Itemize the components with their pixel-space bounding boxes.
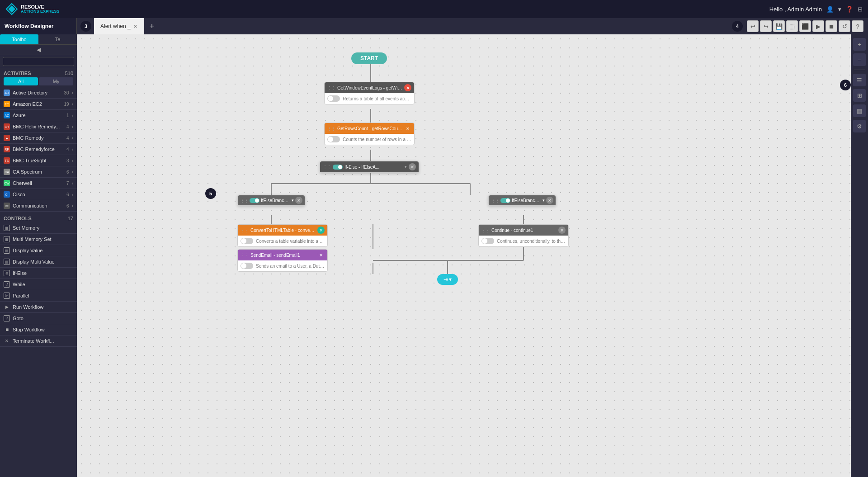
node-close-button[interactable]: ✕ xyxy=(558,227,566,234)
chevron-icon[interactable]: ▾ xyxy=(292,198,294,203)
control-run-workflow[interactable]: ▶ Run Workflow xyxy=(0,302,77,313)
branch-header: ⋮⋮ IfElseBranchAct... ▾ ✕ xyxy=(489,195,556,205)
run-wf-icon: ▶ xyxy=(4,304,10,310)
category-ca-spectrum[interactable]: CA CA Spectrum 6 › xyxy=(0,166,77,178)
chevron-down-icon[interactable]: ▾ xyxy=(838,6,841,13)
stop-button[interactable]: ⏹ xyxy=(826,20,837,32)
toggle[interactable] xyxy=(250,198,259,203)
refresh-button[interactable]: ↺ xyxy=(839,20,850,32)
category-cherwell[interactable]: CW Cherwell 7 › xyxy=(0,178,77,189)
category-communication[interactable]: ✉ Communication 6 › xyxy=(0,200,77,212)
node-toggle[interactable] xyxy=(241,238,253,244)
control-while[interactable]: ↺ While xyxy=(0,279,77,290)
node-close-button[interactable]: ✕ xyxy=(409,163,416,170)
sidebar-collapse-button[interactable]: ◀ xyxy=(0,45,77,55)
drag-handle[interactable]: ⋮⋮ xyxy=(327,85,335,90)
tab-templates[interactable]: Te xyxy=(38,34,77,44)
stop-wf-icon: ⏹ xyxy=(4,326,10,333)
node-toggle[interactable] xyxy=(327,95,340,102)
node-close-button[interactable]: ✕ xyxy=(404,84,411,91)
chevron-down-icon[interactable]: ▾ xyxy=(405,165,407,169)
node-close-button[interactable]: ✕ xyxy=(404,125,411,132)
user-icon[interactable]: 👤 xyxy=(826,6,834,13)
node-close-button[interactable]: ✕ xyxy=(317,251,325,259)
toggle[interactable] xyxy=(500,198,510,203)
category-bmc-remedyforce[interactable]: RF BMC Remedyforce 4 › xyxy=(0,144,77,155)
tab-add-button[interactable]: + xyxy=(145,22,159,31)
workflow-canvas[interactable]: 5 START ⋮⋮ GetWindowEventLogs - getWindo… xyxy=(77,34,868,477)
drag-handle[interactable]: ⋮⋮ xyxy=(491,198,499,203)
category-amazon-ec2[interactable]: EC Amazon EC2 19 › xyxy=(0,99,77,110)
merge-icon[interactable]: ⇥ ▾ xyxy=(437,274,458,285)
tab-alert-when[interactable]: Alert when _ ✕ xyxy=(94,18,144,34)
import-button[interactable]: ⬛ xyxy=(799,20,811,32)
node-convert-to-html[interactable]: ⋮⋮ ConvertToHTMLTable - convertToHT... ✕… xyxy=(237,224,328,247)
node-get-window-event-logs[interactable]: ⋮⋮ GetWindowEventLogs - getWindowE... ✕ … xyxy=(324,82,415,104)
node-if-else[interactable]: ⋮⋮ If-Else - IfElseA... ▾ ✕ xyxy=(320,161,419,173)
node-get-rows-count[interactable]: ⋮⋮ GetRowsCount - getRowsCount1 ✕ Counts… xyxy=(324,123,415,145)
category-azure[interactable]: AZ Azure 1 › xyxy=(0,110,77,121)
category-bmc-helix[interactable]: BH BMC Helix Remedy... 4 › xyxy=(0,121,77,132)
sidebar-search-input[interactable] xyxy=(3,57,74,66)
tab-close-button[interactable]: ✕ xyxy=(133,24,137,29)
control-display-value[interactable]: ▤ Display Value xyxy=(0,245,77,256)
minimap-button[interactable]: ▦ xyxy=(853,104,866,117)
node-toggle[interactable] xyxy=(241,263,253,269)
tab-toolbox[interactable]: Toolbo xyxy=(0,34,38,44)
help-button[interactable]: ? xyxy=(852,20,863,32)
branch-close-button[interactable]: ✕ xyxy=(295,197,302,204)
all-my-tabs: All My xyxy=(0,77,77,87)
node-toggle[interactable] xyxy=(327,136,340,142)
ad-icon: AD xyxy=(4,90,10,96)
play-button[interactable]: ▶ xyxy=(812,20,824,32)
settings-button[interactable]: ⚙ xyxy=(853,120,866,132)
drag-handle[interactable]: ⋮⋮ xyxy=(241,228,249,233)
all-tab[interactable]: All xyxy=(4,77,38,85)
chevron-icon[interactable]: ▾ xyxy=(542,198,545,203)
control-label: While xyxy=(13,282,25,287)
node-close-button[interactable]: ✕ xyxy=(317,227,325,234)
badge-4: 4 xyxy=(732,21,743,32)
zoom-in-button[interactable]: + xyxy=(853,38,866,51)
merge-node[interactable]: ⇥ ▾ xyxy=(437,274,458,285)
control-parallel[interactable]: ⫸ Parallel xyxy=(0,290,77,302)
my-tab[interactable]: My xyxy=(39,77,73,85)
control-terminate[interactable]: ✕ Terminate Workfl... xyxy=(0,335,77,347)
control-stop-workflow[interactable]: ⏹ Stop Workflow xyxy=(0,324,77,335)
category-active-directory[interactable]: AD Active Directory 30 › xyxy=(0,87,77,99)
save-button[interactable]: 💾 xyxy=(773,20,785,32)
question-icon[interactable]: ❓ xyxy=(846,6,853,13)
node-toggle[interactable] xyxy=(481,238,494,244)
grid-button[interactable]: ⊞ xyxy=(853,89,866,102)
control-if-else[interactable]: ⊕ If-Else xyxy=(0,268,77,279)
top-toolbar: 4 ↩ ↪ 💾 ⬚ ⬛ ▶ ⏹ ↺ ? xyxy=(727,18,868,34)
zoom-out-button[interactable]: − xyxy=(853,53,866,66)
undo-button[interactable]: ↩ xyxy=(747,20,759,32)
branch-left-node[interactable]: ⋮⋮ IfElseBranchAct... ▾ ✕ xyxy=(237,195,305,206)
export-button[interactable]: ⬚ xyxy=(786,20,798,32)
drag-handle[interactable]: ⋮⋮ xyxy=(323,165,331,170)
category-bmc-truesight[interactable]: TS BMC TrueSight 3 › xyxy=(0,155,77,166)
grid-icon[interactable]: ⊞ xyxy=(858,6,863,13)
control-multi-memory-set[interactable]: ▦ Multi Memory Set xyxy=(0,234,77,245)
node-send-email[interactable]: ⋮⋮ SendEmail - sendEmail1 ✕ Sends an ema… xyxy=(237,249,328,272)
control-display-multi-value[interactable]: ▤ Display Multi Value xyxy=(0,256,77,268)
category-cisco[interactable]: CI Cisco 6 › xyxy=(0,189,77,200)
node-header: ⋮⋮ ConvertToHTMLTable - convertToHT... ✕ xyxy=(238,225,327,236)
branch-right-node[interactable]: ⋮⋮ IfElseBranchAct... ▾ ✕ xyxy=(488,195,556,206)
redo-button[interactable]: ↪ xyxy=(760,20,772,32)
layers-button[interactable]: ☰ xyxy=(853,74,866,86)
control-goto[interactable]: ↗ Goto xyxy=(0,313,77,324)
branch-close-button[interactable]: ✕ xyxy=(546,197,553,204)
node-start[interactable]: START xyxy=(351,52,387,64)
drag-handle[interactable]: ⋮⋮ xyxy=(240,198,248,203)
toggle[interactable] xyxy=(333,165,343,170)
controls-count: 17 xyxy=(68,216,73,221)
category-bmc-remedy[interactable]: ▶ BMC Remedy 4 › xyxy=(0,132,77,144)
drag-handle[interactable]: ⋮⋮ xyxy=(327,126,335,131)
drag-handle[interactable]: ⋮⋮ xyxy=(241,253,249,258)
node-continue[interactable]: ⋮⋮ Continue - continue1 ✕ Continues, unc… xyxy=(478,224,569,247)
drag-handle[interactable]: ⋮⋮ xyxy=(481,228,490,233)
control-set-memory[interactable]: ▦ Set Memory xyxy=(0,222,77,234)
node-description: Converts a table variable into an HTM... xyxy=(256,239,325,244)
